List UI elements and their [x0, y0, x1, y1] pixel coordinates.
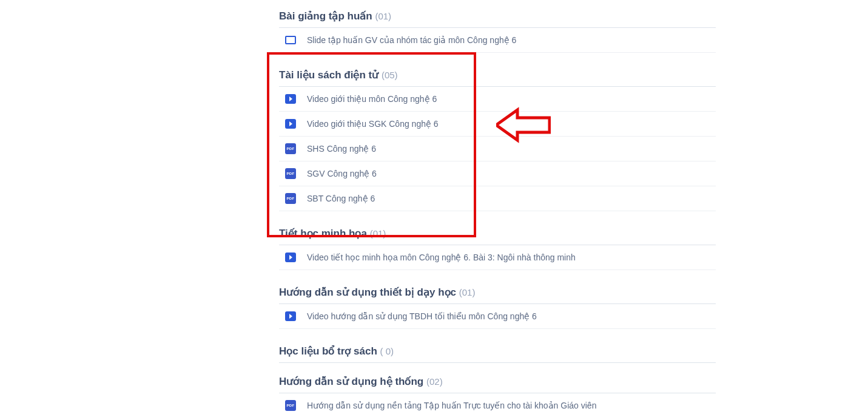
item-label: Slide tập huấn GV của nhóm tác giả môn C…	[307, 35, 516, 45]
list-item[interactable]: PDF SGV Công nghệ 6	[279, 161, 716, 186]
section-count: (01)	[459, 287, 476, 297]
list-item[interactable]: Slide tập huấn GV của nhóm tác giả môn C…	[279, 28, 716, 53]
section-title-text: Hướng dẫn sử dụng thiết bị dạy học	[279, 286, 456, 298]
section-count: (02)	[426, 376, 443, 387]
section-count: (05)	[382, 70, 398, 80]
item-label: Video giới thiệu môn Công nghệ 6	[307, 94, 437, 104]
item-label: SHS Công nghệ 6	[307, 144, 376, 154]
item-label: Video giới thiệu SGK Công nghệ 6	[307, 119, 439, 129]
pdf-icon: PDF	[285, 400, 296, 411]
list-item[interactable]: PDF SHS Công nghệ 6	[279, 137, 716, 161]
video-icon	[285, 118, 296, 129]
list-item[interactable]: Video giới thiệu môn Công nghệ 6	[279, 87, 716, 112]
section-title-huong-dan-tbdh: Hướng dẫn sử dụng thiết bị dạy học (01)	[279, 283, 716, 303]
pdf-icon: PDF	[285, 168, 296, 179]
video-icon	[285, 311, 296, 322]
section-title-bai-giang: Bài giảng tập huấn (01)	[279, 7, 716, 27]
section-title-tiet-hoc: Tiết học minh họa (01)	[279, 225, 716, 245]
list-item[interactable]: PDF SBT Công nghệ 6	[279, 186, 716, 211]
section-count: (01)	[370, 228, 386, 239]
section-title-text: Bài giảng tập huấn	[279, 10, 372, 22]
section-title-text: Tài liệu sách điện tử	[279, 69, 378, 81]
resource-list: Bài giảng tập huấn (01) Slide tập huấn G…	[279, 7, 716, 417]
section-title-text: Tiết học minh họa	[279, 228, 367, 239]
pdf-icon: PDF	[285, 193, 296, 204]
list-item[interactable]: PDF Hướng dẫn sử dụng nền tảng Tập huấn …	[279, 393, 716, 417]
item-label: Video tiết học minh họa môn Công nghệ 6.…	[307, 253, 576, 262]
item-label: SGV Công nghệ 6	[307, 169, 377, 178]
list-item[interactable]: Video hướng dẫn sử dụng TBDH tối thiểu m…	[279, 304, 716, 329]
section-title-hoc-lieu: Học liệu bổ trợ sách ( 0)	[279, 342, 716, 362]
section-count: (01)	[375, 11, 391, 21]
pdf-icon: PDF	[285, 143, 296, 154]
slide-icon	[285, 35, 296, 46]
section-count: ( 0)	[380, 346, 394, 356]
item-label: Video hướng dẫn sử dụng TBDH tối thiểu m…	[307, 311, 537, 321]
item-label: SBT Công nghệ 6	[307, 194, 375, 203]
item-label: Hướng dẫn sử dụng nền tảng Tập huấn Trực…	[307, 401, 596, 410]
list-item[interactable]: Video tiết học minh họa môn Công nghệ 6.…	[279, 245, 716, 270]
video-icon	[285, 252, 296, 263]
section-title-text: Hướng dẫn sử dụng hệ thống	[279, 376, 423, 387]
video-icon	[285, 93, 296, 104]
section-title-text: Học liệu bổ trợ sách	[279, 345, 377, 357]
section-title-huong-dan-he-thong: Hướng dẫn sử dụng hệ thống (02)	[279, 373, 716, 393]
section-title-tai-lieu-sach: Tài liệu sách điện tử (05)	[279, 66, 716, 86]
list-item[interactable]: Video giới thiệu SGK Công nghệ 6	[279, 112, 716, 137]
